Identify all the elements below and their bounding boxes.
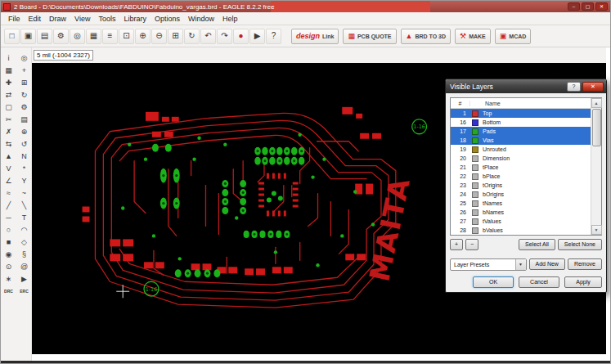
tool-hole[interactable]: ⊙ <box>1 261 16 273</box>
toolbar-zoom-select[interactable]: ⊞ <box>168 29 183 44</box>
button-pcb-quote[interactable]: ▦ PCB QUOTE <box>343 29 396 44</box>
button-make[interactable]: ⚒ MAKE <box>455 29 491 44</box>
tool-move[interactable]: ✚ <box>1 77 16 89</box>
tool-optimize[interactable]: ≈ <box>1 187 16 200</box>
menu-window[interactable]: Window <box>184 14 218 24</box>
layer-row-top[interactable]: 1 Top <box>451 109 591 118</box>
layer-row-tnames[interactable]: 25 tNames <box>451 199 591 208</box>
tool-group[interactable]: ▢ <box>1 101 16 114</box>
tool-rotate[interactable]: ↻ <box>16 89 32 101</box>
layer-row-bplace[interactable]: 22 bPlace <box>451 172 591 181</box>
tool-polygon[interactable]: ◇ <box>16 236 32 249</box>
scroll-down-icon[interactable]: ▼ <box>591 225 602 235</box>
layer-color-swatch[interactable] <box>472 173 478 180</box>
tool-ratsnest[interactable]: ∗ <box>1 273 16 285</box>
tool-attribute[interactable]: @ <box>16 261 32 273</box>
tool-name[interactable]: N <box>16 151 32 163</box>
layer-color-swatch[interactable] <box>472 164 478 171</box>
tool-smash[interactable]: * <box>16 163 32 175</box>
layer-color-swatch[interactable] <box>472 155 478 162</box>
toolbar-cam-processor[interactable]: ⚙ <box>53 29 69 44</box>
layer-color-swatch[interactable] <box>472 137 478 144</box>
layer-color-swatch[interactable] <box>472 191 478 198</box>
layer-row-borigins[interactable]: 24 bOrigins <box>451 190 591 199</box>
dialog-close-button[interactable]: ✕ <box>582 82 604 92</box>
tool-add[interactable]: ⊕ <box>16 126 32 138</box>
menu-options[interactable]: Options <box>151 14 184 24</box>
tool-miter[interactable]: ∠ <box>1 175 16 187</box>
tool-copy[interactable]: ⊞ <box>16 77 32 89</box>
menu-view[interactable]: View <box>70 14 94 24</box>
toolbar-layer-settings[interactable]: ≡ <box>102 29 118 44</box>
layer-presets-dropdown[interactable]: Layer Presets ▼ <box>450 258 527 271</box>
minimize-button[interactable]: – <box>568 2 580 11</box>
tool-drc[interactable]: DRC <box>1 285 16 298</box>
button-design-link[interactable]: design Link <box>291 29 339 44</box>
toolbar-grid[interactable]: ▦ <box>86 29 101 44</box>
tool-route[interactable]: ╱ <box>1 200 16 212</box>
toolbar-zoom-in[interactable]: ⊕ <box>135 29 151 44</box>
delete-layer-button[interactable]: − <box>465 239 478 250</box>
select-all-button[interactable]: Select All <box>519 239 555 250</box>
scrollbar-thumb[interactable] <box>592 109 601 146</box>
tool-via[interactable]: ◉ <box>1 249 16 261</box>
layer-color-swatch[interactable] <box>472 182 478 189</box>
menu-file[interactable]: File <box>4 14 25 24</box>
tool-lock[interactable]: ▲ <box>1 151 16 163</box>
tool-paste[interactable]: ▤ <box>16 114 32 126</box>
layer-row-bvalues[interactable]: 28 bValues <box>451 226 591 235</box>
apply-button[interactable]: Apply <box>564 276 602 288</box>
layer-row-tvalues[interactable]: 27 tValues <box>451 217 591 226</box>
tool-pinswap[interactable]: ⇆ <box>1 138 16 151</box>
layer-row-vias[interactable]: 18 Vias <box>451 136 591 145</box>
layer-row-torigins[interactable]: 23 tOrigins <box>451 181 591 190</box>
tool-show[interactable]: ◎ <box>16 52 32 65</box>
toolbar-drill[interactable]: ◎ <box>70 29 85 44</box>
select-none-button[interactable]: Select None <box>558 239 602 250</box>
tool-display[interactable]: ▦ <box>1 65 16 77</box>
tool-rect[interactable]: ■ <box>1 236 16 249</box>
tool-value[interactable]: V <box>1 163 16 175</box>
dialog-titlebar[interactable]: Visible Layers ? ✕ <box>446 79 606 93</box>
tool-replace[interactable]: ↺ <box>16 138 32 151</box>
tool-info[interactable]: i <box>1 52 16 65</box>
layer-color-swatch[interactable] <box>472 128 478 135</box>
tool-split[interactable]: Y <box>16 175 32 187</box>
tool-erc[interactable]: ERC <box>16 285 32 298</box>
dialog-help-button[interactable]: ? <box>567 82 581 92</box>
layer-row-bnames[interactable]: 26 bNames <box>451 208 591 217</box>
button-brd-to-3d[interactable]: ▲ BRD TO 3D <box>401 29 452 44</box>
menu-tools[interactable]: Tools <box>94 14 119 24</box>
toolbar-stop[interactable]: ● <box>233 29 249 44</box>
toolbar-print[interactable]: ▤ <box>37 29 52 44</box>
menu-edit[interactable]: Edit <box>25 14 46 24</box>
add-new-button[interactable]: Add New <box>529 258 565 270</box>
menu-help[interactable]: Help <box>218 14 242 24</box>
toolbar-redraw[interactable]: ↻ <box>184 29 200 44</box>
layer-row-dimension[interactable]: 20 Dimension <box>451 154 591 163</box>
toolbar-go[interactable]: ▶ <box>249 29 265 44</box>
toolbar-open[interactable]: □ <box>4 29 20 44</box>
tool-signal[interactable]: § <box>16 249 32 261</box>
layer-row-bottom[interactable]: 16 Bottom <box>451 118 591 127</box>
layer-color-swatch[interactable] <box>472 227 478 234</box>
tool-change[interactable]: ⚙ <box>16 101 32 114</box>
tool-mirror[interactable]: ⇄ <box>1 89 16 101</box>
toolbar-help[interactable]: ? <box>266 29 281 44</box>
layer-color-swatch[interactable] <box>472 209 478 216</box>
layer-color-swatch[interactable] <box>472 119 478 126</box>
toolbar-zoom-fit[interactable]: ⊡ <box>119 29 134 44</box>
add-layer-button[interactable]: + <box>450 239 463 250</box>
tool-ripup[interactable]: ╲ <box>16 200 32 212</box>
tool-wire[interactable]: ─ <box>1 212 16 224</box>
layer-color-swatch[interactable] <box>472 146 478 153</box>
tool-circle[interactable]: ○ <box>1 224 16 236</box>
button-mcad[interactable]: ▣ MCAD <box>495 29 532 44</box>
tool-meander[interactable]: ~ <box>16 187 32 200</box>
tool-arc[interactable]: ◠ <box>16 224 32 236</box>
tool-mark[interactable]: + <box>16 65 32 77</box>
layer-color-swatch[interactable] <box>472 110 478 117</box>
cancel-button[interactable]: Cancel <box>519 276 559 288</box>
toolbar-save[interactable]: ▣ <box>20 29 36 44</box>
tool-cut[interactable]: ✂ <box>1 114 16 126</box>
